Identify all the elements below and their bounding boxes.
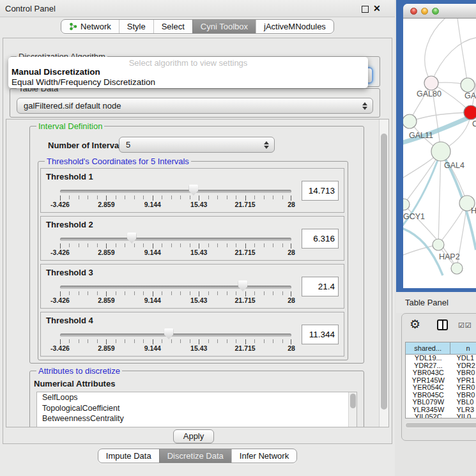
column-header-shared-name[interactable]: shared... [406, 342, 450, 355]
threshold-4-tick-marks [60, 339, 291, 343]
threshold-4-tick-labels: -3.4262.8599.14415.4321.71528 [60, 344, 291, 353]
node-red-selected[interactable] [464, 105, 476, 119]
node-label: C [472, 119, 476, 128]
table-row[interactable]: YIL052CYIL0 [406, 413, 476, 418]
node-ga[interactable] [461, 78, 475, 92]
node-label: GCY1 [403, 212, 425, 221]
table-panel: ⚙ ☑☑ shared... n YDL19...YDL1 YDR27...YD… [401, 313, 476, 441]
table-row[interactable]: YBR043CYBR0 [406, 369, 476, 377]
table-horizontal-scrollbar[interactable] [405, 422, 476, 428]
attributes-group: Attributes to discretize Numerical Attri… [29, 371, 364, 427]
node-hap2[interactable] [433, 239, 444, 250]
table-panel-titlebar: Table Panel [396, 292, 476, 313]
node-gal11[interactable] [403, 114, 417, 128]
node-attribute-table: shared... n YDL19...YDL1 YDR27...YDR2 YB… [405, 342, 476, 418]
threshold-3-value-field[interactable] [302, 277, 339, 296]
tab-select[interactable]: Select [153, 20, 192, 33]
threshold-4-slider-thumb[interactable] [164, 328, 174, 339]
table-panel-title: Table Panel [405, 298, 449, 307]
threshold-3-slider-thumb[interactable] [238, 280, 247, 291]
tab-style[interactable]: Style [119, 20, 153, 33]
scrollbar-thumb[interactable] [406, 423, 476, 427]
tab-jactivemnodules[interactable]: jActiveMNodules [256, 20, 334, 33]
number-of-intervals-value: 5 [126, 137, 130, 153]
threshold-3-panel: Threshold 3 -3.4262.8599.14415.4321.7152… [40, 264, 344, 309]
threshold-3-slider[interactable] [60, 286, 291, 289]
network-graph: GAL80 GA C GAL11 GAL4 GCY1 H HAP2 [403, 19, 476, 288]
gear-icon[interactable]: ⚙ [410, 317, 420, 332]
numerical-attributes-list: SelfLoops TopologicalCoefficient Between… [36, 392, 357, 427]
tab-cyni-toolbox[interactable]: Cyni Toolbox [192, 20, 256, 33]
tab-discretize-data-label: Discretize Data [167, 449, 224, 463]
node-gal4[interactable] [431, 142, 450, 161]
tab-network-label: Network [81, 20, 111, 34]
threshold-2-slider[interactable] [60, 238, 291, 241]
tab-network[interactable]: Network [61, 20, 119, 33]
threshold-3-tick-labels: -3.4262.8599.14415.4321.71528 [60, 296, 291, 305]
threshold-1-slider[interactable] [60, 190, 291, 193]
network-nodes[interactable] [403, 76, 476, 274]
combo-stepper-icon[interactable] [264, 141, 269, 149]
close-traffic-light-icon[interactable] [410, 8, 417, 15]
list-item[interactable]: BetweennessCentrality [37, 413, 357, 424]
threshold-1-slider-thumb[interactable] [188, 185, 198, 196]
panel-title: Control Panel [5, 4, 56, 13]
scrollbar-thumb[interactable] [381, 134, 387, 410]
tab-discretize-data[interactable]: Discretize Data [159, 449, 231, 463]
settings-scrollbar[interactable] [379, 119, 388, 427]
algorithm-popup-hint: Select algorithm to view settings [8, 58, 368, 68]
tab-impute-data[interactable]: Impute Data [98, 449, 159, 463]
algorithm-option-manual[interactable]: Manual Discretization [12, 67, 100, 77]
list-item[interactable]: SelfLoops [37, 392, 357, 403]
threshold-2-value-field[interactable] [302, 229, 339, 249]
list-item[interactable]: TopologicalCoefficient [37, 403, 357, 414]
algorithm-dropdown-popup: Select algorithm to view settings Manual… [8, 57, 368, 88]
select-columns-checkboxes-icon[interactable]: ☑☑ [458, 321, 472, 330]
node-gal80[interactable] [424, 76, 438, 90]
node-label: GAL80 [417, 89, 441, 98]
table-row[interactable]: YBL079WYBL0 [406, 399, 476, 406]
threshold-4-label: Threshold 4 [46, 316, 93, 325]
threshold-4-value-field[interactable] [302, 325, 339, 344]
number-of-intervals-combobox[interactable]: 5 [119, 137, 275, 153]
attributes-group-title: Attributes to discretize [36, 366, 122, 376]
tab-infer-network-label: Infer Network [240, 449, 289, 463]
threshold-4-slider[interactable] [60, 334, 291, 337]
cyni-main-panel: Discretization Algorithm Select algorith… [3, 38, 392, 444]
scrollbar-thumb[interactable] [350, 394, 356, 408]
combo-stepper-icon[interactable] [362, 102, 367, 110]
tab-style-label: Style [127, 20, 146, 34]
threshold-coordinates-group: Threshold's Coordinates for 5 Intervals … [38, 161, 348, 360]
threshold-2-slider-thumb[interactable] [127, 233, 137, 243]
node-label: HAP2 [439, 252, 460, 261]
table-row[interactable]: YER054CYER0 [406, 384, 476, 392]
control-panel-titlebar: Control Panel ✕ [0, 0, 395, 17]
table-rows: YDL19...YDL1 YDR27...YDR2 YBR043CYBR0 YP… [406, 355, 476, 418]
table-data-combobox[interactable]: galFiltered.sif default node [17, 98, 373, 114]
attributes-list-scrollbar[interactable] [348, 392, 357, 427]
interval-definition-title: Interval Definition [36, 121, 104, 131]
settings-scroll-area: Interval Definition Number of Intervals … [6, 119, 389, 427]
threshold-1-value-field[interactable] [302, 181, 339, 201]
column-header-name[interactable]: n [450, 342, 476, 355]
table-row[interactable]: YDL19...YDL1 [406, 355, 476, 362]
network-view-window: GAL80 GA C GAL11 GAL4 GCY1 H HAP2 [396, 0, 476, 292]
column-layout-icon[interactable] [437, 319, 448, 330]
control-panel: Control Panel ✕ Network Style Select Cyn… [0, 0, 395, 476]
float-window-icon[interactable] [362, 6, 369, 13]
tab-infer-network[interactable]: Infer Network [231, 449, 296, 463]
apply-button[interactable]: Apply [173, 429, 214, 443]
zoom-traffic-light-icon[interactable] [432, 8, 439, 15]
threshold-2-tick-marks [60, 243, 291, 247]
minimize-traffic-light-icon[interactable] [421, 8, 428, 15]
network-window-titlebar[interactable] [403, 4, 476, 19]
bottom-tab-group: Impute Data Discretize Data Infer Networ… [98, 449, 297, 463]
threshold-2-label: Threshold 2 [46, 220, 93, 229]
tab-select-label: Select [162, 20, 185, 34]
close-icon[interactable]: ✕ [373, 3, 381, 13]
threshold-3-tick-marks [60, 291, 291, 295]
algorithm-option-equal-width[interactable]: Equal Width/Frequency Discretization [12, 77, 155, 87]
network-canvas[interactable]: GAL80 GA C GAL11 GAL4 GCY1 H HAP2 [403, 19, 476, 288]
node-partial[interactable] [451, 263, 463, 274]
node-gcy1[interactable] [403, 199, 410, 210]
